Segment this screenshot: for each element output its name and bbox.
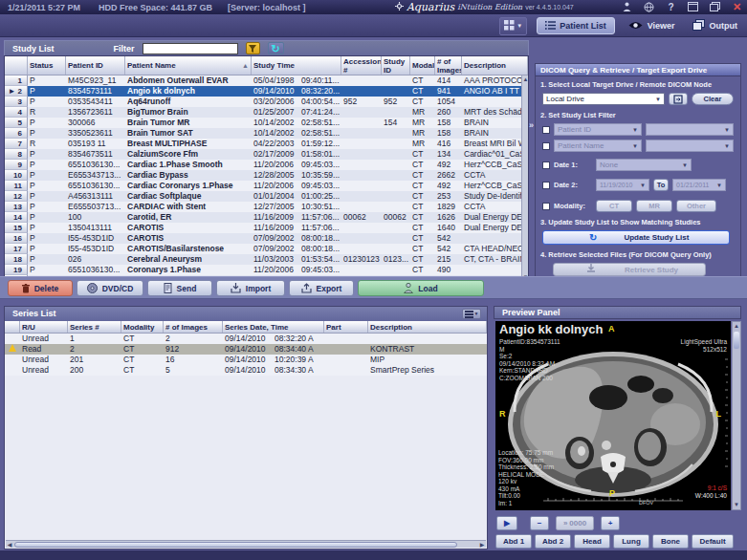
patient-id-checkbox[interactable] [542, 126, 550, 134]
patient-name-checkbox[interactable] [542, 142, 550, 150]
column-accession[interactable]: Accession # [341, 56, 382, 75]
minus-button[interactable]: − [530, 516, 549, 530]
modality-mr-button[interactable]: MR [636, 200, 672, 212]
dvd-cd-button[interactable]: DVD/CD [77, 280, 143, 296]
preset-default-button[interactable]: Default [692, 534, 734, 549]
column-study-id[interactable]: Study ID [382, 56, 410, 75]
preset-bone-button[interactable]: Bone [652, 534, 689, 549]
import-button[interactable]: Import [216, 280, 285, 296]
study-row[interactable]: 4R1356723611BigTumor Brain01/25/200707:4… [5, 107, 521, 118]
study-row[interactable]: ► 2P8354573111Angio kk dolnych09/14/2010… [5, 86, 521, 97]
preview-image[interactable]: Angio kk dolnych PatientID:8354573111MSe… [495, 321, 731, 510]
filter-apply-button[interactable] [246, 42, 260, 54]
user-icon[interactable] [621, 1, 633, 12]
patient-name-value-combo[interactable]: ▼ [646, 140, 734, 152]
study-row[interactable]: 17PI55-453D1IDCAROTIS/Basilarstenose07/0… [5, 244, 521, 254]
date-to-button[interactable]: To [653, 179, 669, 191]
send-button[interactable]: Send [147, 280, 212, 296]
study-row[interactable]: 9P6551036130...Cardiac 1.Phase Smooth11/… [5, 160, 521, 170]
modality-other-button[interactable]: Other [676, 200, 716, 212]
refresh-drive-button[interactable] [669, 93, 688, 105]
column-ru[interactable]: R/U [20, 321, 68, 333]
clear-button[interactable]: Clear [692, 93, 734, 105]
study-row[interactable]: 14P100Carotid, ER11/16/200911:57:06...00… [5, 212, 521, 223]
scroll-up-icon[interactable]: ▲ [522, 75, 529, 83]
study-row[interactable]: 11P6551036130...Cardiac Coronarys 1.Phas… [5, 181, 521, 191]
column-num-images[interactable]: # of Images [435, 56, 462, 75]
date1-select[interactable]: None▼ [596, 159, 692, 171]
load-button[interactable]: Load [358, 280, 484, 296]
scroll-up-icon[interactable]: ▲ [733, 322, 740, 331]
column-series-images[interactable]: # of Images [164, 321, 223, 333]
study-row[interactable]: 5P300066Brain Tumor MR10/14/200202:58:51… [5, 118, 521, 128]
study-row[interactable]: 7R035193 11Breast MULTIPHASE04/22/200301… [5, 139, 521, 149]
modality-ct-button[interactable]: CT [596, 200, 632, 212]
vscroll-thumb[interactable] [734, 332, 739, 349]
column-row-number[interactable] [5, 56, 28, 75]
column-series-description[interactable]: Description [368, 321, 487, 333]
target-drive-select[interactable]: Local Drive▼ [542, 93, 665, 105]
column-study-time[interactable]: Study Time [252, 56, 341, 75]
study-row[interactable]: 16PI55-453D1IDCAROTIS07/09/200208:00:18.… [5, 233, 521, 244]
column-status[interactable]: Status [28, 56, 66, 75]
column-patient-name[interactable]: Patient Name▲ [125, 56, 252, 75]
preset-head-button[interactable]: Head [574, 534, 610, 549]
window-icon[interactable] [687, 1, 699, 12]
patient-id-value-combo[interactable]: ▼ [646, 123, 734, 136]
scroll-right-icon[interactable]: ▶ [478, 541, 486, 549]
retrieve-study-button[interactable]: Retrieve Study [553, 263, 706, 276]
column-patient-id[interactable]: Patient ID [66, 56, 125, 75]
series-hscrollbar[interactable]: ◀ ▶ [6, 540, 486, 548]
study-row[interactable]: 1PM45C923_11Abdomen Outerwall EVAR05/04/… [5, 75, 521, 86]
update-study-list-button[interactable]: ↻ Update Study List [542, 230, 730, 245]
preset-abd-1-button[interactable]: Abd 1 [495, 534, 532, 549]
date2-from-select[interactable]: 11/19/2010▼ [596, 179, 649, 191]
study-row[interactable]: 18P026Cerebral Aneurysm11/03/200301:53:5… [5, 254, 521, 265]
study-row[interactable]: 19P6551036130...Coronarys 1.Phase11/20/2… [5, 265, 521, 275]
study-row[interactable]: 15P1350413111CAROTIS11/16/200911:57:06..… [5, 223, 521, 233]
preview-vscrollbar[interactable]: ▲ ▼ [732, 321, 741, 510]
series-row[interactable]: Unread200CT509/14/201008:34:30 ASmartPre… [5, 365, 487, 376]
column-description[interactable]: Description [462, 56, 528, 75]
scroll-down-icon[interactable]: ▼ [733, 501, 740, 509]
date1-checkbox[interactable] [542, 162, 550, 169]
play-button[interactable]: ▶ [496, 516, 517, 530]
help-icon[interactable]: ? [665, 1, 677, 12]
column-part[interactable]: Part [324, 321, 368, 333]
patient-name-field-select[interactable]: Patient Name▼ [554, 140, 642, 152]
filter-input[interactable] [143, 43, 238, 54]
panel-expand-handle[interactable]: » [528, 115, 535, 136]
layout-menu-button[interactable]: ▼ [499, 17, 527, 35]
column-series-datetime[interactable]: Series Date, Time [223, 321, 324, 333]
restore-icon[interactable] [709, 1, 721, 12]
study-row[interactable]: 8P8354673511CalziumScore Ffm02/17/200901… [5, 149, 521, 160]
plus-button[interactable]: + [601, 516, 620, 530]
tab-viewer[interactable]: Viewer [625, 19, 679, 33]
tab-output[interactable]: Output [689, 17, 742, 34]
globe-icon[interactable] [643, 1, 655, 12]
column-modality[interactable]: Modalit [410, 56, 435, 75]
preset-lung-button[interactable]: Lung [613, 534, 649, 549]
study-row[interactable]: 12PA456313111Cardiac Softplaque01/01/200… [5, 191, 521, 202]
delete-button[interactable]: Delete [8, 280, 73, 296]
series-row[interactable]: Read2CT91209/14/201008:34:40 AKONTRAST [5, 344, 487, 355]
series-row[interactable]: Unread201CT1609/14/201010:20:39 AMIP [5, 355, 487, 365]
preset-abd-2-button[interactable]: Abd 2 [535, 534, 571, 549]
study-table-vscrollbar[interactable]: ▲ ▼ [521, 75, 528, 281]
date2-checkbox[interactable] [542, 182, 550, 189]
series-row[interactable]: Unread1CT209/14/201008:32:20 A [5, 334, 487, 344]
tab-patient-list[interactable]: Patient List [537, 17, 615, 34]
hscroll-thumb[interactable] [14, 542, 457, 548]
study-row[interactable]: 13PE655503713...CARDIAC with Stent12/27/… [5, 202, 521, 212]
series-layout-button[interactable]: ▼ [462, 309, 481, 319]
export-button[interactable]: Export [289, 280, 354, 296]
modality-checkbox[interactable] [542, 203, 550, 210]
study-row[interactable]: 3P0353543411Aq64runoff03/20/200604:00:54… [5, 97, 521, 107]
scroll-left-icon[interactable]: ◀ [6, 541, 13, 549]
patient-id-field-select[interactable]: Patient ID▼ [554, 123, 642, 136]
study-row[interactable]: 10PE655343713...Cardiac Bypass12/28/2005… [5, 170, 521, 181]
column-series-modality[interactable]: Modality [121, 321, 164, 333]
refresh-button[interactable]: ↻ [268, 42, 284, 54]
study-row[interactable]: 6P3350523611Brain Tumor SAT10/14/200202:… [5, 128, 521, 139]
column-series-num[interactable]: Series # [68, 321, 121, 333]
